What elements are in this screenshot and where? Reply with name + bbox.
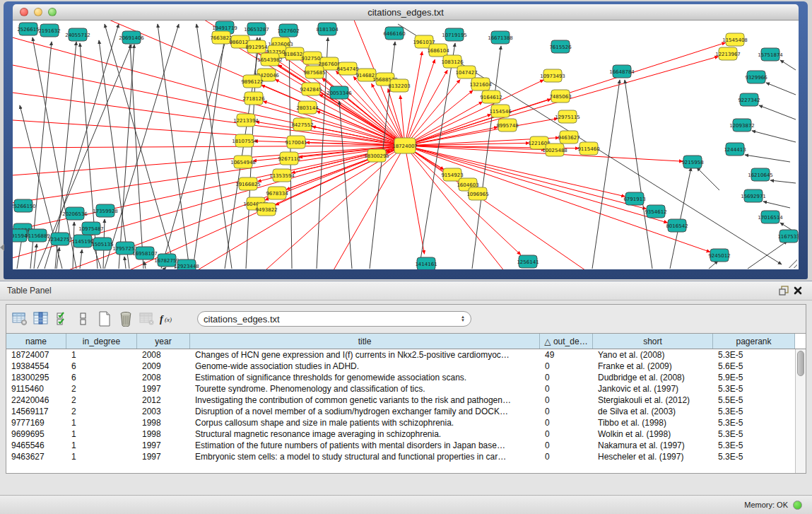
select-all-icon[interactable] (52, 309, 73, 329)
network-node[interactable]: 8995748 (496, 119, 518, 132)
network-node[interactable]: 9896122 (241, 75, 263, 88)
network-node[interactable]: 10719195 (442, 28, 467, 41)
select-columns-icon[interactable] (30, 309, 52, 329)
column-header-short[interactable]: short (593, 334, 713, 349)
table-selector-dropdown[interactable]: citations_edges.txt ▲▼ (197, 311, 471, 327)
network-node[interactable]: 25266150 (13, 199, 36, 212)
network-canvas[interactable]: 1872400725266152191632240557122069140619… (13, 21, 799, 269)
network-node[interactable]: 9875685 (303, 66, 325, 78)
network-node[interactable]: 9267110 (278, 152, 300, 165)
network-node[interactable]: 19166825 (235, 177, 261, 190)
network-node[interactable]: 12342757 (47, 233, 73, 245)
network-node[interactable]: 12213394 (233, 114, 259, 127)
network-node[interactable]: 12213967 (715, 47, 741, 60)
table-row[interactable]: 911546021997Tourette syndrome. Phenomeno… (6, 383, 795, 395)
column-header-year[interactable]: year (137, 334, 190, 349)
network-node[interactable]: 9329966 (745, 71, 767, 83)
hidden-panel-arrow-icon[interactable] (0, 244, 4, 251)
network-node[interactable]: 9493822 (255, 203, 277, 216)
network-node[interactable]: 17016514 (758, 211, 783, 223)
network-node[interactable]: 9215958 (681, 156, 703, 168)
network-node[interactable]: 1414161 (415, 257, 437, 269)
network-node[interactable]: 7485063 (549, 90, 571, 103)
column-settings-icon[interactable] (9, 309, 30, 329)
network-node[interactable]: 8912954 (245, 40, 268, 53)
function-builder-icon[interactable]: f(x) (158, 309, 179, 329)
network-node[interactable]: 18300295 (364, 149, 389, 162)
network-node[interactable]: 11353594 (269, 169, 295, 182)
network-node[interactable]: 2803144 (296, 101, 319, 114)
network-node[interactable]: 11156889 (25, 229, 50, 242)
network-node[interactable]: 9164612 (480, 90, 502, 103)
network-node[interactable]: 20206536 (62, 207, 88, 220)
network-node[interactable]: 9354612 (645, 205, 666, 218)
network-window-titlebar[interactable]: citations_edges.txt (13, 4, 799, 21)
network-graph[interactable]: 1872400725266152191632240557122069140619… (13, 21, 799, 269)
table-row[interactable]: 977716911998Corpus callosum shape and si… (6, 417, 795, 428)
network-node[interactable]: 1256141 (517, 255, 539, 268)
network-node[interactable]: 2718126 (242, 92, 265, 105)
network-node[interactable]: 8427552 (291, 118, 313, 131)
network-node[interactable]: 20053346 (326, 86, 352, 99)
network-node[interactable]: 1096965 (466, 187, 488, 200)
new-column-icon[interactable] (94, 309, 115, 329)
table-vertical-scrollbar[interactable] (795, 349, 806, 473)
network-node[interactable]: 9245012 (708, 249, 730, 262)
table-row[interactable]: 1830029562008Estimation of significance … (6, 372, 795, 383)
column-header-out_de[interactable]: △ out_de… (540, 334, 593, 349)
network-node[interactable]: 1686104 (427, 44, 449, 57)
zoom-window-icon[interactable] (48, 8, 57, 16)
table-row[interactable]: 1872400712008Changes of HCN gene express… (6, 349, 795, 361)
network-node[interactable]: 1244413 (724, 143, 746, 156)
network-node[interactable]: 6466160 (383, 27, 405, 40)
close-window-icon[interactable] (20, 8, 28, 16)
network-node[interactable]: 1145190 (71, 235, 93, 247)
table-row[interactable]: 1456911722003Disruption of a novel membe… (6, 406, 795, 417)
network-node[interactable]: 9170041 (285, 136, 307, 148)
network-node[interactable]: 9678334 (266, 187, 288, 199)
float-panel-icon[interactable] (777, 284, 791, 297)
delete-column-icon[interactable] (115, 309, 136, 329)
network-node[interactable]: 8016542 (666, 219, 688, 232)
table-row[interactable]: 2242004622012Investigating the contribut… (6, 395, 795, 406)
network-node[interactable]: 1527602 (277, 24, 299, 37)
network-node[interactable]: 10653287 (244, 23, 269, 35)
network-node[interactable]: 1321604 (469, 78, 492, 90)
network-node[interactable]: 9242845 (300, 83, 322, 95)
network-node[interactable]: 18107554 (232, 134, 257, 147)
network-node[interactable]: 9227342 (738, 93, 760, 106)
network-node[interactable]: 1505135 (91, 238, 113, 250)
network-node[interactable]: 12975115 (555, 110, 580, 123)
network-node[interactable]: 10654948 (230, 156, 256, 168)
network-node[interactable]: 12093872 (729, 119, 755, 132)
network-node[interactable]: 20691406 (119, 31, 144, 44)
column-header-pagerank[interactable]: pagerank (713, 334, 795, 349)
network-node[interactable]: 16648784 (609, 65, 635, 78)
network-node[interactable]: 7615526 (549, 40, 572, 53)
network-node[interactable]: 8181304 (316, 23, 339, 35)
minimize-window-icon[interactable] (34, 8, 42, 16)
network-node[interactable]: 8132203 (388, 79, 410, 92)
table-row[interactable]: 946362711997Embryonic stem cells: a mode… (6, 451, 795, 462)
table-row[interactable]: 1938455462009Genome-wide association stu… (6, 361, 795, 372)
network-node[interactable]: 10973493 (540, 69, 565, 82)
column-header-title[interactable]: title (190, 334, 540, 349)
scrollbar-thumb[interactable] (797, 351, 804, 376)
network-node[interactable]: 12923448 (174, 259, 199, 269)
network-node[interactable]: 1167533 (777, 230, 799, 243)
table-row[interactable]: 946554611997Estimation of the future num… (6, 440, 795, 451)
delete-table-icon[interactable] (136, 309, 158, 329)
network-node[interactable]: 1154546 (489, 105, 512, 117)
clear-selection-icon[interactable] (73, 309, 94, 329)
column-header-in_degree[interactable]: in_degree (66, 334, 137, 349)
network-node[interactable]: 16671388 (488, 31, 513, 44)
column-header-name[interactable]: name (6, 334, 66, 349)
network-node[interactable]: 24055712 (65, 28, 90, 41)
network-node[interactable]: 6791913 (623, 192, 645, 205)
memory-status-icon[interactable] (793, 501, 802, 510)
network-node[interactable]: 10975487 (78, 222, 104, 235)
table-row[interactable]: 969969511998Structural magnetic resonanc… (6, 428, 795, 440)
close-panel-icon[interactable] (791, 284, 805, 297)
network-node[interactable]: 1047427 (455, 66, 477, 78)
network-node[interactable]: 15751874 (758, 48, 783, 61)
